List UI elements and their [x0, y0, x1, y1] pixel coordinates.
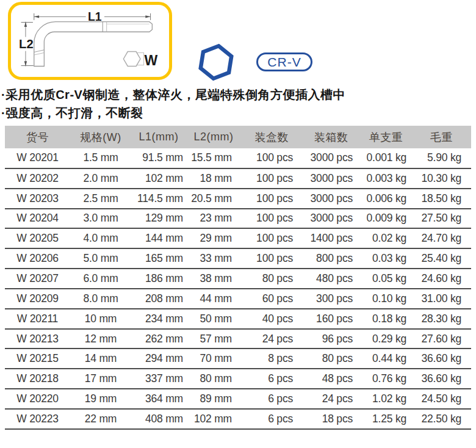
carton-qty-cell: 800 pcs: [302, 248, 360, 269]
table-row: W 202043.0 mm129 mm23 mm100 pcs3000 pcs0…: [5, 209, 471, 229]
arrow-left-icon: [34, 15, 39, 18]
l2-cell: 57 mm: [186, 329, 241, 349]
width-label-w: W: [144, 52, 157, 68]
carton-qty-cell: 18 pcs: [302, 409, 360, 429]
table-row: W 202011.5 mm91.5 mm15.5 mm100 pcs3000 p…: [5, 148, 471, 168]
item-code-cell: W 20215: [5, 349, 70, 369]
l1-cell: 262 mm: [131, 329, 186, 349]
gross-weight-cell: 36.60 kg: [412, 349, 471, 369]
spec-w-cell: 8.0 mm: [70, 289, 131, 309]
carton-qty-cell: 1400 pcs: [302, 228, 360, 248]
table-row: W 2021110 mm234 mm50 mm40 pcs160 pcs0.18…: [5, 309, 471, 329]
l2-cell: 102 mm: [186, 409, 241, 429]
spec-w-cell: 10 mm: [70, 309, 131, 329]
carton-qty-cell: 300 pcs: [302, 289, 360, 309]
header-box-qty: 装盒数: [241, 126, 302, 148]
carton-qty-cell: 3000 pcs: [302, 189, 360, 209]
box-qty-cell: 24 pcs: [241, 329, 302, 349]
spec-w-cell: 1.5 mm: [70, 148, 131, 168]
spec-w-cell: 2.0 mm: [70, 168, 131, 189]
header-l2: L2(mm): [186, 126, 241, 148]
l1-cell: 91.5 mm: [131, 148, 186, 168]
header-unit-weight: 单支重: [360, 126, 412, 148]
table-row: W 202076.0 mm186 mm38 mm80 pcs480 pcs0.0…: [5, 269, 471, 289]
spec-w-cell: 12 mm: [70, 329, 131, 349]
l2-cell: 38 mm: [186, 269, 241, 289]
spec-w-cell: 4.0 mm: [70, 228, 131, 248]
gross-weight-cell: 25.40 kg: [412, 248, 471, 269]
hex-key-diagram: L1 L2 W: [8, 2, 172, 80]
unit-weight-cell: 0.18 kg: [360, 309, 412, 329]
crv-badge-label: CR-V: [267, 55, 301, 70]
gross-weight-cell: 22.50 kg: [412, 409, 471, 429]
header-carton-qty: 装箱数: [302, 126, 360, 148]
table-row: W 202022.0 mm102 mm18 mm100 pcs3000 pcs0…: [5, 168, 471, 189]
l2-cell: 15.5 mm: [186, 148, 241, 168]
box-qty-cell: 100 pcs: [241, 148, 302, 168]
item-code-cell: W 20220: [5, 389, 70, 409]
unit-weight-cell: 0.29 kg: [360, 329, 412, 349]
unit-weight-cell: 0.003 kg: [360, 168, 412, 189]
crv-badge: CR-V: [256, 52, 312, 71]
gross-weight-cell: 27.60 kg: [412, 329, 471, 349]
unit-weight-cell: 1.02 kg: [360, 389, 412, 409]
carton-qty-cell: 3000 pcs: [302, 168, 360, 189]
l2-cell: 50 mm: [186, 309, 241, 329]
spec-w-cell: 17 mm: [70, 369, 131, 389]
hex-cross-section-icon: [123, 52, 140, 67]
l1-cell: 208 mm: [131, 289, 186, 309]
box-qty-cell: 100 pcs: [241, 248, 302, 269]
l1-cell: 408 mm: [131, 409, 186, 429]
l2-cell: 33 mm: [186, 248, 241, 269]
l2-cell: 29 mm: [186, 228, 241, 248]
table-row: W 2021312 mm262 mm57 mm24 pcs96 pcs0.29 …: [5, 329, 471, 349]
table-row: W 202032.5 mm114.5 mm20.5 mm100 pcs3000 …: [5, 189, 471, 209]
feature-line-1: ·采用优质Cr-V钢制造，整体淬火，尾端特殊倒角方便插入槽中: [1, 85, 471, 104]
item-code-cell: W 20206: [5, 248, 70, 269]
l1-cell: 234 mm: [131, 309, 186, 329]
dimension-label-l1: L1: [88, 10, 102, 23]
unit-weight-cell: 0.10 kg: [360, 289, 412, 309]
unit-weight-cell: 0.03 kg: [360, 248, 412, 269]
header-l1: L1(mm): [131, 126, 186, 148]
item-code-cell: W 20211: [5, 309, 70, 329]
l1-cell: 144 mm: [131, 228, 186, 248]
item-code-cell: W 20204: [5, 209, 70, 229]
box-qty-cell: 40 pcs: [241, 309, 302, 329]
table-row: W 202054.0 mm144 mm29 mm100 pcs1400 pcs0…: [5, 228, 471, 248]
spec-w-cell: 19 mm: [70, 389, 131, 409]
l1-cell: 165 mm: [131, 248, 186, 269]
header-gross-weight: 毛重: [412, 126, 471, 148]
table-row: W 202065.0 mm165 mm33 mm100 pcs800 pcs0.…: [5, 248, 471, 269]
carton-qty-cell: 3000 pcs: [302, 148, 360, 168]
catalog-page: L1 L2 W CR-V ·采用优质Cr-V钢制造，整体淬火，尾端特殊倒角方便插…: [0, 0, 476, 448]
carton-qty-cell: 3000 pcs: [302, 209, 360, 229]
l1-cell: 186 mm: [131, 269, 186, 289]
unit-weight-cell: 0.05 kg: [360, 269, 412, 289]
l2-cell: 70 mm: [186, 349, 241, 369]
hexagon-icon: [197, 43, 235, 81]
unit-weight-cell: 1.25 kg: [360, 409, 412, 429]
spec-w-cell: 2.5 mm: [70, 189, 131, 209]
feature-line-2: ·强度高，不打滑，不断裂: [1, 104, 471, 122]
spec-table: 货号 规格(W) L1(mm) L2(mm) 装盒数 装箱数 单支重 毛重 W …: [5, 126, 471, 430]
carton-qty-cell: 160 pcs: [302, 309, 360, 329]
unit-weight-cell: 0.02 kg: [360, 228, 412, 248]
l2-cell: 20.5 mm: [186, 189, 241, 209]
gross-weight-cell: 31.00 kg: [412, 289, 471, 309]
l1-cell: 294 mm: [131, 349, 186, 369]
table-row: W 2022019 mm364 mm89 mm6 pcs24 pcs1.02 k…: [5, 389, 471, 409]
l1-cell: 129 mm: [131, 209, 186, 229]
header-item-code: 货号: [5, 126, 70, 148]
table-row: W 202098.0 mm208 mm44 mm60 pcs300 pcs0.1…: [5, 289, 471, 309]
spec-table-body: W 202011.5 mm91.5 mm15.5 mm100 pcs3000 p…: [5, 148, 471, 429]
spec-w-cell: 5.0 mm: [70, 248, 131, 269]
l2-cell: 44 mm: [186, 289, 241, 309]
item-code-cell: W 20213: [5, 329, 70, 349]
unit-weight-cell: 0.44 kg: [360, 349, 412, 369]
gross-weight-cell: 10.30 kg: [412, 168, 471, 189]
dimension-label-l2: L2: [19, 37, 34, 51]
item-code-cell: W 20203: [5, 189, 70, 209]
unit-weight-cell: 0.006 kg: [360, 189, 412, 209]
box-qty-cell: 100 pcs: [241, 228, 302, 248]
